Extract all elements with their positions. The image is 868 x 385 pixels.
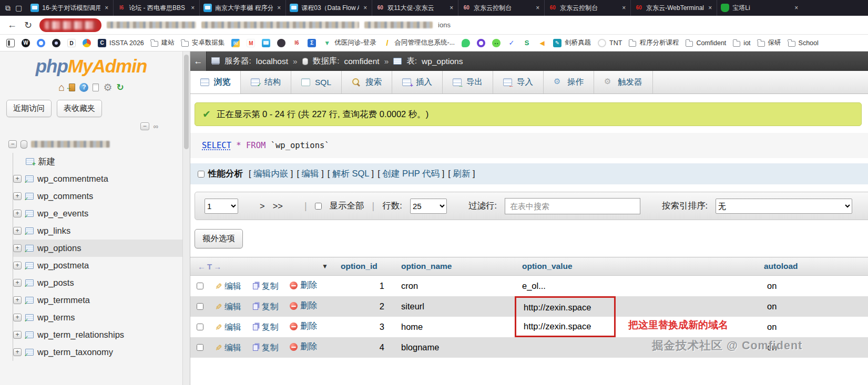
browser-tab[interactable]: 京东云控制台 × [544, 0, 630, 16]
edit-link[interactable]: ✎ 编辑 [215, 281, 241, 292]
column-toggle-icon[interactable]: ←T→ [198, 262, 223, 271]
expand-icon[interactable]: + [13, 262, 22, 269]
sidebar-table-item[interactable]: + wp_termmeta [13, 292, 182, 309]
bookmark-item[interactable] [22, 39, 30, 47]
expand-icon[interactable]: + [13, 314, 22, 321]
tab-close-icon[interactable]: × [621, 4, 627, 12]
expand-icon[interactable]: + [13, 210, 22, 217]
expand-icon[interactable]: + [13, 192, 22, 200]
sidebar-table-item[interactable]: + wp_postmeta [13, 257, 182, 274]
sidebar-table-item[interactable]: + wp_commentmeta [13, 170, 182, 188]
recent-button[interactable]: 近期访问 [6, 100, 52, 117]
last-page-link[interactable]: >> [273, 201, 283, 211]
profiling-link[interactable]: 编辑内嵌 [253, 169, 288, 178]
bookmark-item[interactable] [462, 39, 470, 47]
tab-close-icon[interactable]: × [793, 4, 799, 12]
database-node[interactable]: − [8, 136, 182, 153]
bookmark-item[interactable] [477, 39, 485, 47]
tab-close-icon[interactable]: × [190, 4, 196, 12]
profiling-link[interactable]: 刷新 [453, 169, 470, 178]
sidebar-table-item[interactable]: + wp_e_events [13, 205, 182, 222]
bookmark-item[interactable] [492, 39, 501, 47]
url-field[interactable]: ions [39, 18, 861, 32]
show-all-checkbox[interactable] [315, 203, 322, 210]
copy-link[interactable]: 复制 [253, 281, 279, 292]
row-checkbox[interactable] [197, 324, 203, 330]
favorites-button[interactable]: 表收藏夹 [57, 100, 102, 117]
edit-link[interactable]: ✎ 编辑 [215, 322, 241, 333]
sidebar-table-item[interactable]: + wp_comments [13, 188, 182, 205]
sidebar-table-item[interactable]: + wp_term_relationships [13, 326, 182, 344]
pma-tab[interactable]: 结构 [241, 71, 291, 93]
delete-link[interactable]: 删除 [290, 341, 317, 352]
sort-triangle-icon[interactable]: ▼ [322, 263, 328, 270]
sidebar-table-item[interactable]: + wp_terms [13, 309, 182, 326]
sidebar-panel-icon[interactable] [6, 39, 15, 47]
bookmark-item[interactable] [262, 39, 270, 47]
browser-tab[interactable]: 南京大学李樾 程序分析 × [199, 0, 285, 16]
bookmark-item[interactable] [67, 39, 76, 47]
tab-close-icon[interactable]: × [535, 4, 540, 12]
bookmark-item[interactable]: 优医问诊-登录 [323, 38, 376, 47]
reload-icon[interactable]: ↻ [24, 19, 32, 31]
sidebar-table-item[interactable]: + wp_posts [13, 274, 182, 292]
browser-tab[interactable]: 双11大促-京东云 × [372, 0, 458, 16]
sidebar-table-item[interactable]: + wp_links [13, 222, 182, 240]
bookmark-item[interactable] [507, 39, 516, 47]
edit-link[interactable]: ✎ 编辑 [215, 301, 241, 313]
pma-tab[interactable]: 导入 [493, 71, 544, 93]
copy-link[interactable]: 复制 [253, 322, 279, 333]
back-icon[interactable]: ← [7, 19, 17, 30]
expand-icon[interactable]: + [13, 296, 22, 304]
bookmark-item[interactable] [247, 39, 255, 47]
collapse-all-icon[interactable]: − [140, 122, 149, 130]
sidebar-table-item[interactable]: + wp_options [13, 240, 182, 257]
bookmark-item[interactable]: Comfident [686, 39, 726, 47]
delete-link[interactable]: 删除 [290, 300, 317, 311]
tab-close-icon[interactable]: × [362, 4, 368, 12]
bookmark-item[interactable] [83, 39, 91, 47]
database-value[interactable]: comfident [344, 57, 379, 66]
browser-tab[interactable]: 论坛 - 西电睿思BBS × [113, 0, 199, 16]
tab-close-icon[interactable]: × [448, 4, 454, 12]
expand-icon[interactable]: + [13, 279, 22, 287]
profiling-link[interactable]: 创建 PHP 代码 [382, 169, 440, 178]
expand-icon[interactable]: + [13, 348, 22, 356]
expand-icon[interactable]: + [13, 244, 22, 252]
link-icon[interactable]: ∞ [154, 122, 158, 130]
column-header-option-value[interactable]: option_value [515, 257, 757, 276]
docs-icon[interactable] [93, 84, 99, 91]
bookmark-item[interactable] [277, 39, 285, 47]
new-table-item[interactable]: 新建 [13, 153, 182, 170]
sort-select[interactable]: 无 [716, 199, 852, 214]
delete-link[interactable]: 删除 [290, 321, 317, 332]
browser-tab[interactable]: 京东云-WebTerminal × [630, 0, 717, 16]
home-icon[interactable]: ⌂ [58, 82, 65, 92]
pma-tab[interactable]: 浏览 [190, 71, 241, 93]
next-page-link[interactable]: > [260, 201, 265, 211]
browser-tab[interactable]: 宝塔Li × [717, 0, 803, 16]
table-value[interactable]: wp_options [422, 57, 463, 66]
bookmark-item[interactable]: ISSTA 2026 [98, 39, 144, 47]
browser-tab[interactable]: 课程03（Data Flow Ana × [285, 0, 372, 16]
tab-outline-icon[interactable]: ▢ [15, 4, 22, 12]
tab-close-icon[interactable]: × [707, 4, 713, 12]
column-header-option-id[interactable]: option_id [333, 257, 394, 276]
browser-tab[interactable]: 京东云控制台 × [458, 0, 544, 16]
profiling-link[interactable]: 编辑 [302, 169, 319, 178]
row-checkbox[interactable] [197, 344, 203, 351]
bookmark-item[interactable]: 建站 [151, 38, 175, 47]
rows-select[interactable]: 25 [410, 199, 447, 214]
bookmark-item[interactable] [523, 39, 531, 47]
bookmark-item[interactable] [52, 39, 60, 47]
extra-options-button[interactable]: 额外选项 [195, 229, 243, 248]
edit-link[interactable]: ✎ 编辑 [215, 342, 241, 353]
bookmark-item[interactable]: 程序分析课程 [629, 38, 679, 47]
row-checkbox[interactable] [197, 303, 203, 310]
column-header-autoload[interactable]: autoload [757, 257, 868, 276]
bookmark-item[interactable] [37, 39, 45, 47]
tab-close-icon[interactable]: × [104, 4, 109, 12]
delete-link[interactable]: 删除 [290, 280, 317, 291]
collapse-icon[interactable]: − [8, 140, 17, 148]
profiling-link[interactable]: 解析 SQL [332, 169, 369, 178]
